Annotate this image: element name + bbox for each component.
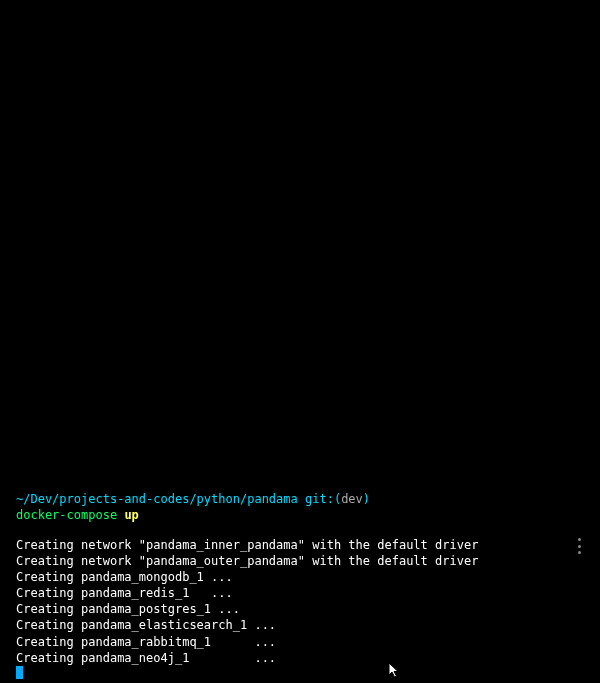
- terminal-cursor: [16, 666, 23, 679]
- prompt-git-suffix: ): [363, 492, 370, 506]
- prompt-git-branch: dev: [341, 492, 363, 506]
- output-line: Creating pandama_neo4j_1 ...: [16, 650, 584, 666]
- blank-line: [16, 524, 584, 537]
- terminal-output[interactable]: ~/Dev/projects-and-codes/python/pandama …: [0, 491, 600, 683]
- output-line: Creating pandama_rabbitmq_1 ...: [16, 634, 584, 650]
- prompt-git-prefix: git:(: [298, 492, 341, 506]
- output-line: Creating pandama_mongodb_1 ...: [16, 569, 584, 585]
- command-arg: up: [117, 508, 139, 522]
- command-name: docker-compose: [16, 508, 117, 522]
- output-line: Creating pandama_elasticsearch_1 ...: [16, 617, 584, 633]
- output-line: Creating pandama_postgres_1 ...: [16, 601, 584, 617]
- output-line: Creating pandama_redis_1 ...: [16, 585, 584, 601]
- command-line: docker-compose up: [16, 507, 584, 523]
- shell-prompt: ~/Dev/projects-and-codes/python/pandama …: [16, 491, 584, 507]
- cursor-line: [16, 666, 584, 679]
- output-line: Creating network "pandama_inner_pandama"…: [16, 537, 584, 553]
- prompt-path: ~/Dev/projects-and-codes/python/pandama: [16, 492, 298, 506]
- output-line: Creating network "pandama_outer_pandama"…: [16, 553, 584, 569]
